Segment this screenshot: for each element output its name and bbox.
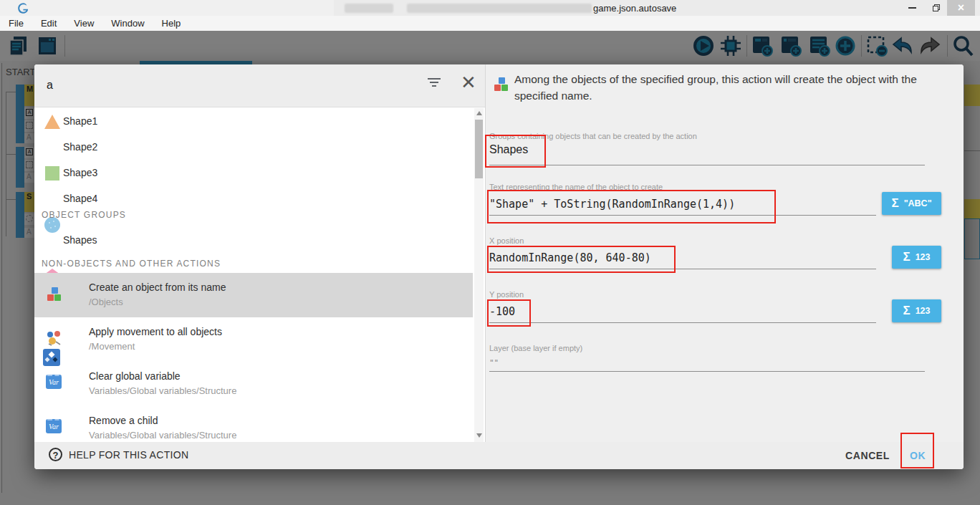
- action-description: Among the objects of the specified group…: [514, 71, 953, 104]
- list-scrollbar[interactable]: [474, 108, 484, 442]
- scroll-up-icon[interactable]: [476, 111, 482, 115]
- section-header-other-actions: NON-OBJECTS AND OTHER ACTIONS: [42, 259, 221, 269]
- title-redaction-block: [407, 4, 592, 13]
- annotation-box-y-field: [487, 299, 531, 327]
- list-item-action-selected[interactable]: Create an object from its name /Objects: [34, 273, 473, 317]
- field-underline: [489, 165, 925, 165]
- list-item-object[interactable]: Shape3: [34, 160, 473, 186]
- variable-icon: Var: [46, 419, 62, 433]
- list-item-action[interactable]: Var Clear global variable Variables/Glob…: [34, 362, 473, 406]
- gdevelop-logo-icon: [17, 2, 29, 14]
- minimize-button[interactable]: [901, 0, 923, 16]
- close-dialog-icon[interactable]: ✕: [458, 70, 479, 95]
- create-object-icon: [493, 76, 510, 93]
- title-bar: game.json.autosave ×: [0, 0, 980, 16]
- menu-window[interactable]: Window: [102, 18, 153, 29]
- title-redaction-block: [345, 4, 393, 13]
- instruction-list-panel: ✕ Shape1 Shape2 Shape3 Shape4: [34, 64, 485, 442]
- list-item-object[interactable]: Shape4: [34, 186, 473, 211]
- menu-help[interactable]: Help: [153, 18, 190, 29]
- section-header-object-groups: OBJECT GROUPS: [42, 210, 126, 220]
- sigma-icon: Σ: [903, 250, 910, 264]
- list-item-group[interactable]: Shapes: [34, 226, 473, 254]
- list-item-object[interactable]: Shape1: [34, 108, 473, 134]
- restore-icon: [933, 4, 940, 11]
- annotation-box-name-field: [487, 190, 776, 223]
- field-value-layer[interactable]: "": [489, 358, 499, 367]
- help-icon: ?: [49, 448, 62, 461]
- field-label-x-position: X position: [489, 236, 524, 245]
- number-expression-button[interactable]: Σ 123: [892, 299, 941, 322]
- help-button[interactable]: ? HELP FOR THIS ACTION: [49, 448, 188, 461]
- field-underline: [489, 322, 876, 323]
- search-input[interactable]: [47, 74, 405, 96]
- app-window: game.json.autosave × File Edit View Wind…: [0, 0, 980, 505]
- scrollbar-thumb[interactable]: [475, 120, 483, 178]
- field-label-layer: Layer (base layer if empty): [489, 344, 582, 352]
- menu-file[interactable]: File: [0, 18, 32, 29]
- sigma-icon: Σ: [891, 196, 898, 211]
- filter-icon[interactable]: [427, 78, 441, 90]
- number-expression-button[interactable]: Σ 123: [892, 246, 941, 269]
- sigma-icon: Σ: [903, 304, 910, 318]
- restore-button[interactable]: [926, 0, 947, 16]
- annotation-box-x-field: [487, 246, 676, 273]
- annotation-box-group-field: [485, 135, 546, 168]
- apply-movement-icon: [46, 330, 63, 347]
- menu-edit[interactable]: Edit: [32, 18, 65, 29]
- list-item-action[interactable]: Apply movement to all objects /Movement: [34, 317, 473, 362]
- variable-icon: Var: [46, 375, 62, 389]
- dialog-footer: ? HELP FOR THIS ACTION CANCEL OK: [34, 442, 964, 469]
- annotation-box-ok-button: [900, 433, 934, 468]
- close-button[interactable]: ×: [947, 0, 975, 16]
- scroll-down-icon[interactable]: [476, 433, 482, 438]
- title-bar-shade: [0, 0, 334, 16]
- search-bar: ✕: [34, 64, 485, 107]
- field-label-y-position: Y position: [489, 290, 524, 299]
- instruction-list: Shape1 Shape2 Shape3 Shape4 OBJECT GROUP…: [34, 108, 485, 442]
- triangle-shape-icon: [43, 112, 62, 131]
- string-expression-button[interactable]: Σ "ABC": [882, 192, 941, 215]
- minimize-icon: [908, 7, 916, 9]
- menu-bar: File Edit View Window Help: [0, 16, 980, 31]
- cancel-button[interactable]: CANCEL: [845, 446, 890, 465]
- list-item-action[interactable]: Var Remove a child Variables/Global vari…: [34, 406, 473, 442]
- window-title: game.json.autosave: [593, 3, 676, 14]
- create-object-icon: [46, 286, 63, 303]
- list-item-object[interactable]: Shape2: [34, 134, 473, 160]
- field-underline: [489, 371, 925, 372]
- menu-view[interactable]: View: [65, 18, 102, 29]
